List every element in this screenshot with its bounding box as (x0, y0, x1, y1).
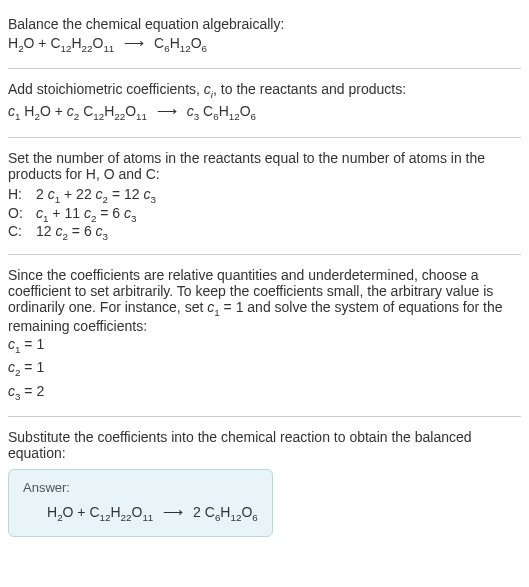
divider (8, 68, 521, 69)
h: H (219, 103, 229, 119)
coeff-c2: c2 = 1 (8, 357, 521, 380)
step4-text: Since the coefficients are relative quan… (8, 267, 521, 334)
v: = 1 (20, 336, 44, 352)
text-b: , to the reactants and products: (213, 81, 406, 97)
sub11: 11 (136, 111, 147, 122)
t: 2 (36, 186, 48, 202)
atom-row-o: O: c1 + 11 c2 = 6 c3 (8, 205, 521, 224)
plus: + (34, 35, 50, 51)
coeff-equation: c1 H2O + c2 C12H22O11 ⟶ c3 C6H12O6 (8, 100, 521, 124)
c: C (83, 103, 93, 119)
step3-section: Set the number of atoms in the reactants… (8, 142, 521, 250)
c2: c (67, 103, 74, 119)
s: 3 (131, 212, 136, 223)
sub22: 22 (114, 111, 125, 122)
h2o: H2O (8, 35, 34, 51)
h-label: H: (8, 186, 36, 202)
h: H (8, 35, 18, 51)
unbalanced-equation: H2O + C12H22O11 ⟶ C6H12O6 (8, 32, 521, 56)
arrow-icon: ⟶ (157, 100, 177, 122)
o-equation: c1 + 11 c2 = 6 c3 (36, 205, 136, 224)
sub12: 12 (229, 111, 240, 122)
h: H (170, 35, 180, 51)
c: c (48, 186, 55, 202)
v: = 1 (20, 359, 44, 375)
glucose: C6H12O6 (203, 103, 256, 119)
sucrose: C12H22O11 (89, 504, 153, 520)
plus: + (73, 504, 89, 520)
c: C (50, 35, 60, 51)
o: O (191, 35, 202, 51)
c: c (8, 336, 15, 352)
sub6b: 6 (251, 111, 256, 122)
answer-label: Answer: (23, 480, 258, 495)
step3-text: Set the number of atoms in the reactants… (8, 150, 521, 182)
divider (8, 254, 521, 255)
coeff-c3: c3 = 2 (8, 381, 521, 404)
arrow-icon: ⟶ (124, 32, 144, 54)
o: O (241, 504, 252, 520)
h: H (104, 103, 114, 119)
c: c (96, 186, 103, 202)
text-a: Add stoichiometric coefficients, (8, 81, 204, 97)
h: H (24, 103, 34, 119)
answer-box: Answer: H2O + C12H22O11 ⟶ 2 C6H12O6 (8, 469, 273, 536)
step4-section: Since the coefficients are relative quan… (8, 259, 521, 412)
coeff-c1: c1 = 1 (8, 334, 521, 357)
sub11: 11 (142, 512, 153, 523)
c1: c (8, 103, 15, 119)
c: c (124, 205, 131, 221)
h2o: H2O (24, 103, 50, 119)
o: O (240, 103, 251, 119)
sub22: 22 (82, 43, 93, 54)
c: c (8, 359, 15, 375)
intro-text: Balance the chemical equation algebraica… (8, 16, 521, 32)
o: O (125, 103, 136, 119)
glucose: C6H12O6 (205, 504, 258, 520)
h: H (47, 504, 57, 520)
t: + 11 (48, 205, 83, 221)
h: H (71, 35, 81, 51)
sub12: 12 (230, 512, 241, 523)
sub12: 12 (61, 43, 72, 54)
sub12: 12 (180, 43, 191, 54)
sucrose: C12H22O11 (83, 103, 147, 119)
c: C (154, 35, 164, 51)
s: 3 (150, 194, 155, 205)
coefficient-solutions: c1 = 1 c2 = 1 c3 = 2 (8, 334, 521, 404)
atom-equations: H: 2 c1 + 22 c2 = 12 c3 O: c1 + 11 c2 = … (8, 186, 521, 242)
sub12: 12 (100, 512, 111, 523)
sub12: 12 (93, 111, 104, 122)
c: C (203, 103, 213, 119)
c: C (89, 504, 99, 520)
step5-text: Substitute the coefficients into the che… (8, 429, 521, 461)
sub6b: 6 (252, 512, 257, 523)
divider (8, 416, 521, 417)
t: + 22 (60, 186, 95, 202)
coeff-2: 2 (193, 504, 205, 520)
atom-row-h: H: 2 c1 + 22 c2 = 12 c3 (8, 186, 521, 205)
t: = 6 (96, 205, 124, 221)
sub11: 11 (103, 43, 114, 54)
sub6b: 6 (202, 43, 207, 54)
c: c (84, 205, 91, 221)
v: = 2 (20, 383, 44, 399)
c-label: C: (8, 223, 36, 239)
c: c (8, 383, 15, 399)
sub22: 22 (121, 512, 132, 523)
t: = 6 (68, 223, 96, 239)
step2-text: Add stoichiometric coefficients, ci, to … (8, 81, 521, 100)
t: = 12 (108, 186, 143, 202)
h2o: H2O (47, 504, 73, 520)
c: c (96, 223, 103, 239)
c: c (36, 205, 43, 221)
h-equation: 2 c1 + 22 c2 = 12 c3 (36, 186, 156, 205)
c3: c (187, 103, 194, 119)
c-equation: 12 c2 = 6 c3 (36, 223, 108, 242)
o: O (93, 35, 104, 51)
divider (8, 137, 521, 138)
o: O (132, 504, 143, 520)
t: 12 (36, 223, 55, 239)
o: O (40, 103, 51, 119)
sucrose: C12H22O11 (50, 35, 114, 51)
